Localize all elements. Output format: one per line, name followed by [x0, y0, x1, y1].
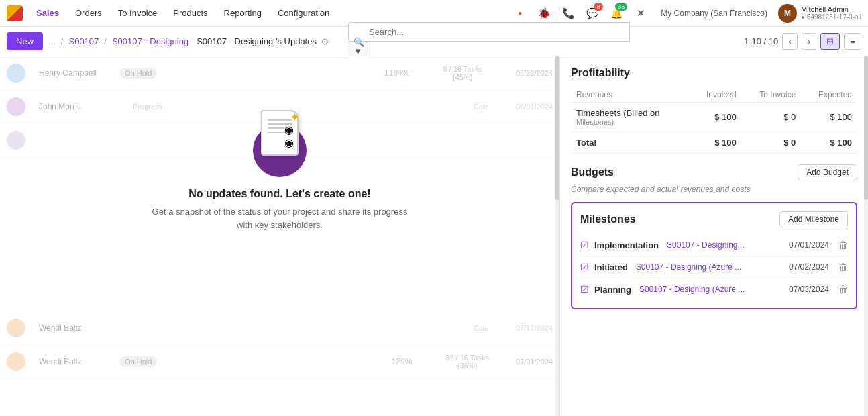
breadcrumb-s00107[interactable]: S00107 — [68, 36, 99, 46]
user-info: Mitchell Admin ● 64981251-17-0-all — [801, 5, 861, 21]
percent-value: 1194% — [384, 68, 409, 78]
table-row: Wendi Baltz Date 07/17/2024 — [0, 311, 559, 345]
budgets-header: Budgets Add Budget — [571, 164, 857, 180]
milestone-ref-1[interactable]: S00107 - Designing... — [667, 240, 744, 250]
milestone-check-icon-2[interactable]: ☑ — [580, 262, 589, 272]
illustration-spark: ✦ — [290, 110, 300, 125]
milestone-ref-3[interactable]: S00107 - Designing (Azure ... — [639, 284, 745, 294]
nav-configuration[interactable]: Configuration — [271, 5, 336, 21]
topnav-icons-group: ● 🐞 📞 💬 8 🔔 35 ✕ My Company (San Francis… — [510, 4, 861, 23]
row-name: Wendi Baltz — [39, 323, 106, 333]
to-invoice-value: $ 0 — [742, 103, 802, 132]
breadcrumb-ellipsis[interactable]: ... — [48, 36, 56, 46]
profitability-total-row: Total $ 100 $ 0 $ 100 — [571, 132, 857, 154]
chat-icon[interactable]: 💬 8 — [583, 4, 602, 23]
search-input[interactable] — [348, 22, 630, 42]
col-expected: Expected — [801, 87, 857, 103]
budgets-note: Compare expected and actual revenues and… — [571, 185, 857, 194]
pagination-area: 1-10 / 10 ‹ › ⊞ ≡ — [744, 33, 861, 50]
col-revenues: Revenues — [571, 87, 690, 103]
milestone-date-3: 07/03/2024 — [789, 284, 829, 294]
notification-icon[interactable]: 🔔 35 — [607, 4, 626, 23]
view-list-button[interactable]: ≡ — [844, 33, 861, 50]
milestone-check-icon-1[interactable]: ☑ — [580, 240, 589, 250]
add-milestone-button[interactable]: Add Milestone — [779, 211, 848, 227]
avatar: M — [778, 4, 797, 23]
status-dot-icon[interactable]: ● — [510, 4, 529, 23]
pagination-prev[interactable]: ‹ — [782, 33, 797, 50]
page-title: S00107 - Designing 's Updates ⚙ — [197, 36, 329, 47]
profitability-section: Profitability Revenues Invoiced To Invoi… — [571, 67, 857, 154]
avatar — [7, 131, 25, 150]
debug-icon[interactable]: 🐞 — [535, 4, 553, 23]
status-badge: On Hold — [119, 68, 157, 79]
settings-gear-icon[interactable]: ⚙ — [321, 36, 329, 47]
background-table: Henry Campbell On Hold 1194% 9 / 16 Task… — [0, 56, 559, 416]
profitability-row: Timesheets (Billed on Milestones) $ 100 … — [571, 103, 857, 132]
main-area: Henry Campbell On Hold 1194% 9 / 16 Task… — [0, 56, 868, 416]
milestone-row-3: ☑ Planning S00107 - Designing (Azure ...… — [580, 278, 848, 300]
scrollbar[interactable] — [555, 56, 559, 416]
revenue-label: Timesheets (Billed on Milestones) — [571, 103, 690, 132]
pagination-count: 1-10 / 10 — [744, 36, 778, 46]
search-icon: 🔍 — [354, 36, 364, 46]
milestone-date-1: 07/01/2024 — [789, 240, 829, 250]
invoiced-value: $ 100 — [690, 103, 742, 132]
empty-description: Get a snapshot of the status of your pro… — [146, 205, 414, 231]
milestone-delete-2[interactable]: 🗑 — [838, 262, 848, 272]
total-to-invoice: $ 0 — [742, 132, 802, 154]
milestones-section: Milestones Add Milestone ☑ Implementatio… — [571, 202, 857, 309]
milestone-date-2: 07/02/2024 — [789, 262, 829, 272]
milestones-header: Milestones Add Milestone — [580, 211, 848, 227]
breadcrumb-bar: New ... / S00107 / S00107 - Designing S0… — [0, 27, 868, 56]
breadcrumb-slash2: / — [104, 36, 107, 46]
right-scrollbar[interactable] — [864, 56, 868, 416]
voip-icon[interactable]: 📞 — [559, 4, 578, 23]
empty-illustration: ◉ ◉ ✦ — [246, 110, 313, 177]
row-name: John Morris — [39, 102, 106, 111]
company-name[interactable]: My Company (San Francisco) — [661, 9, 767, 18]
right-scrollbar-thumb — [864, 56, 868, 200]
table-row: Wendi Baltz On Hold 129% 32 / 16 Tasks (… — [0, 345, 559, 378]
avatar — [7, 352, 25, 371]
total-invoiced: $ 100 — [690, 132, 742, 154]
view-kanban-button[interactable]: ⊞ — [820, 33, 840, 50]
avatar — [7, 64, 25, 83]
avatar — [7, 319, 25, 337]
empty-title: No updates found. Let's create one! — [146, 188, 414, 200]
milestone-delete-3[interactable]: 🗑 — [838, 284, 848, 295]
nav-orders[interactable]: Orders — [68, 5, 109, 21]
settings-icon[interactable]: ✕ — [631, 4, 650, 23]
col-invoiced: Invoiced — [690, 87, 742, 103]
breadcrumb-designing[interactable]: S00107 - Designing — [112, 36, 188, 46]
new-button[interactable]: New — [7, 32, 43, 50]
pagination-next[interactable]: › — [802, 33, 816, 50]
user-menu[interactable]: M Mitchell Admin ● 64981251-17-0-all — [778, 4, 861, 23]
milestone-ref-2[interactable]: S00107 - Designing (Azure ... — [636, 262, 741, 272]
nav-products[interactable]: Products — [166, 5, 214, 21]
illustration-eyes: ◉ ◉ — [281, 123, 297, 149]
col-to-invoice: To Invoice — [742, 87, 802, 103]
milestone-name-2: Initiated — [594, 262, 628, 272]
milestone-check-icon-3[interactable]: ☑ — [580, 284, 589, 295]
nav-reporting[interactable]: Reporting — [217, 5, 268, 21]
empty-state-panel: ◉ ◉ ✦ No updates found. Let's create one… — [146, 110, 414, 231]
add-budget-button[interactable]: Add Budget — [798, 164, 857, 180]
app-logo[interactable] — [7, 5, 23, 21]
milestone-delete-1[interactable]: 🗑 — [838, 240, 848, 250]
row-name: Henry Campbell — [39, 68, 106, 78]
milestone-name-1: Implementation — [594, 240, 659, 250]
milestone-name-3: Planning — [594, 284, 631, 295]
notification-badge: 35 — [615, 3, 627, 11]
milestones-title: Milestones — [580, 213, 636, 225]
right-panel: Profitability Revenues Invoiced To Invoi… — [559, 56, 868, 416]
row-name: Wendi Baltz — [39, 357, 106, 366]
nav-sales[interactable]: Sales — [30, 5, 66, 21]
percent-value: 129% — [392, 357, 413, 366]
total-expected: $ 100 — [801, 132, 857, 154]
search-container: 🔍 ▼ — [348, 22, 630, 61]
nav-to-invoice[interactable]: To Invoice — [111, 5, 164, 21]
center-panel: Henry Campbell On Hold 1194% 9 / 16 Task… — [0, 56, 559, 416]
scrollbar-thumb — [555, 56, 559, 200]
budgets-title: Budgets — [571, 166, 614, 178]
